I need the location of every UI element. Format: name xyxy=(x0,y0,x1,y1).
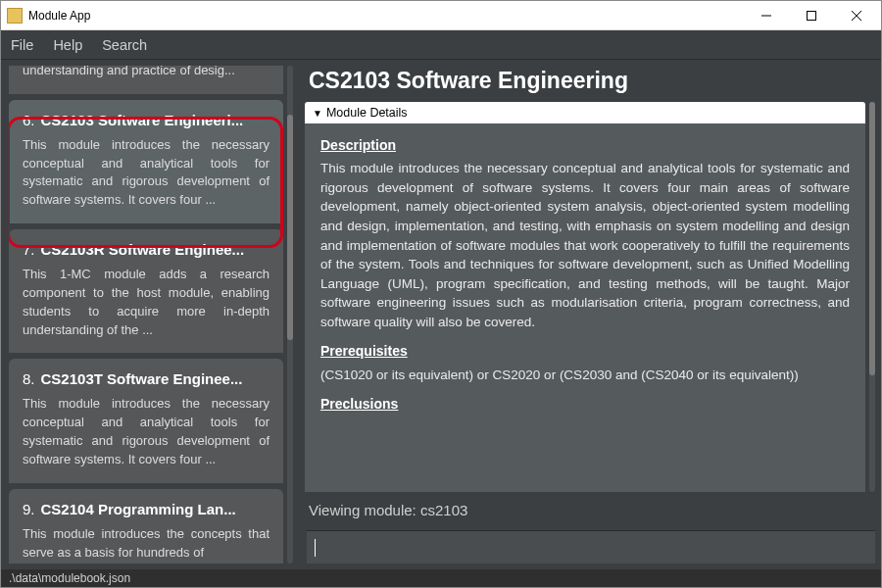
list-item-title: CS2103 Software Engineeri... xyxy=(41,112,244,128)
maximize-button[interactable] xyxy=(789,1,834,30)
prereq-text: (CS1020 or its equivalent) or CS2020 or … xyxy=(320,366,850,385)
svg-rect-1 xyxy=(808,11,816,20)
minimize-button[interactable] xyxy=(744,1,789,30)
sidebar: 5.CS2101 techniques necessary for the un… xyxy=(1,60,295,569)
list-item-desc: This module introduces the necessary con… xyxy=(23,136,270,210)
scrollbar-thumb[interactable] xyxy=(287,115,293,340)
module-details: ▼ Module Details Description This module… xyxy=(305,102,865,492)
list-item-title: CS2103R Software Enginee... xyxy=(41,241,245,258)
menu-help[interactable]: Help xyxy=(53,37,82,53)
list-item-index: 7. xyxy=(23,241,35,258)
scrollbar-thumb[interactable] xyxy=(869,102,875,375)
list-item-desc: This module introduces the necessary con… xyxy=(23,395,270,468)
close-button[interactable] xyxy=(834,1,879,30)
window-title: Module App xyxy=(28,9,744,23)
list-item-desc: This 1-MC module adds a research compone… xyxy=(23,266,270,339)
description-text: This module introduces the necessary con… xyxy=(320,159,850,331)
window-controls xyxy=(744,1,879,30)
app-window: Module App File Help Search xyxy=(0,0,882,588)
sidebar-scrollbar[interactable] xyxy=(285,66,295,564)
accordion-label: Module Details xyxy=(326,106,408,120)
list-item-index: 6. xyxy=(23,112,35,128)
menubar: File Help Search xyxy=(1,30,881,60)
list-item-title: CS2103T Software Enginee... xyxy=(41,370,243,387)
statusbar: .\data\modulebook.json xyxy=(1,569,881,587)
list-item[interactable]: 8.CS2103T Software Enginee... This modul… xyxy=(9,359,283,482)
menu-file[interactable]: File xyxy=(11,37,33,53)
page-title: CS2103 Software Engineering xyxy=(309,68,877,94)
list-item[interactable]: 9.CS2104 Programming Lan... This module … xyxy=(9,489,283,564)
app-icon xyxy=(7,8,23,24)
detail-scrollbar[interactable] xyxy=(867,102,877,492)
titlebar: Module App xyxy=(1,1,881,30)
list-item-selected[interactable]: 6.CS2103 Software Engineeri... This modu… xyxy=(9,100,283,223)
preclusions-heading: Preclusions xyxy=(320,394,850,414)
detail-panel: CS2103 Software Engineering ▼ Module Det… xyxy=(295,60,881,569)
command-input[interactable] xyxy=(307,530,875,564)
chevron-down-icon: ▼ xyxy=(313,108,322,119)
list-item[interactable]: 5.CS2101 techniques necessary for the un… xyxy=(9,66,283,94)
list-item-desc: This module introduces the concepts that… xyxy=(23,525,270,563)
list-item-index: 9. xyxy=(23,501,35,517)
list-item-desc: techniques necessary for the understandi… xyxy=(23,66,270,80)
text-cursor xyxy=(315,539,316,557)
list-item-title: CS2104 Programming Lan... xyxy=(41,501,236,517)
prereq-heading: Prerequisites xyxy=(320,341,850,361)
description-panel: Description This module introduces the n… xyxy=(305,123,865,492)
module-list[interactable]: 5.CS2101 techniques necessary for the un… xyxy=(9,66,283,564)
status-path: .\data\modulebook.json xyxy=(9,571,130,585)
description-heading: Description xyxy=(320,135,850,155)
list-item-index: 8. xyxy=(23,370,35,387)
menu-search[interactable]: Search xyxy=(102,37,147,53)
viewing-status: Viewing module: cs2103 xyxy=(305,492,877,526)
accordion-header[interactable]: ▼ Module Details xyxy=(305,102,865,123)
list-item[interactable]: 7.CS2103R Software Enginee... This 1-MC … xyxy=(9,229,283,353)
main-area: 5.CS2101 techniques necessary for the un… xyxy=(1,60,881,569)
